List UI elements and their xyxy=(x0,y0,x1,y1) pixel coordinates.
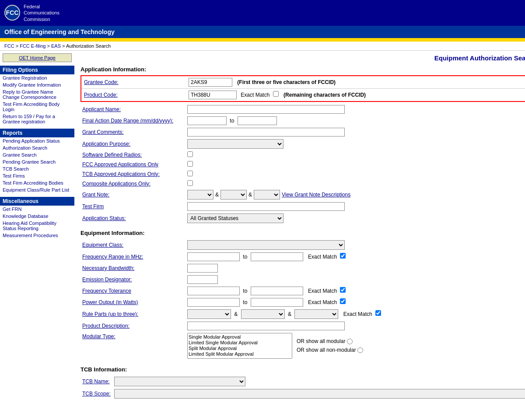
frequency-exact-checkbox[interactable] xyxy=(340,253,346,259)
reports-section: Reports Pending Application Status Autho… xyxy=(0,129,74,193)
rule-parts-select-1[interactable] xyxy=(187,309,231,319)
grant-note-label[interactable]: Grant Note: xyxy=(82,192,109,198)
tcb-scope-label[interactable]: TCB Scope: xyxy=(82,391,111,397)
product-code-input[interactable] xyxy=(189,91,237,99)
applicant-name-input[interactable] xyxy=(187,105,345,114)
sidebar-item-test-firm-bodies[interactable]: Test Firm Accrediting Bodies xyxy=(0,179,74,186)
grant-note-select-3[interactable] xyxy=(254,190,280,200)
emission-designator-row: Emission Designator: xyxy=(80,274,525,285)
breadcrumb-efiling[interactable]: FCC E-filing xyxy=(20,43,46,49)
sidebar-item-grantee-registration[interactable]: Grantee Registration xyxy=(0,74,74,81)
sidebar-item-test-firms[interactable]: Test Firms xyxy=(0,172,74,179)
product-description-input[interactable] xyxy=(187,322,345,330)
product-code-label[interactable]: Product Code: xyxy=(84,92,118,98)
rule-parts-select-3[interactable] xyxy=(294,309,338,319)
necessary-bw-label[interactable]: Necessary Bandwidth: xyxy=(82,265,134,271)
breadcrumb-eas[interactable]: EAS xyxy=(51,43,61,49)
rule-parts-select-2[interactable] xyxy=(241,309,285,319)
rule-parts-and1: & xyxy=(234,311,238,317)
final-action-from-input[interactable] xyxy=(187,116,227,125)
frequency-to-input[interactable] xyxy=(251,252,303,261)
tcb-name-select[interactable] xyxy=(114,377,245,386)
fcc-org-line1: Federal xyxy=(24,4,60,10)
modular-option-limited-split[interactable]: Limited Split Modular Approval xyxy=(189,351,291,357)
freq-tol-from-input[interactable] xyxy=(187,287,240,295)
product-exact-match-checkbox[interactable] xyxy=(273,91,279,97)
frequency-range-label[interactable]: Frequency Range in MHz: xyxy=(82,254,143,260)
freq-tol-exact-checkbox[interactable] xyxy=(340,287,346,293)
rule-parts-label[interactable]: Rule Parts (up to three): xyxy=(82,311,138,317)
final-action-to-input[interactable] xyxy=(238,116,277,125)
frequency-from-input[interactable] xyxy=(187,252,240,261)
tcb-scope-select[interactable] xyxy=(114,389,525,399)
composite-label[interactable]: Composite Applications Only: xyxy=(82,181,150,187)
sidebar-item-grantee-search[interactable]: Grantee Search xyxy=(0,151,74,158)
applicant-name-label[interactable]: Applicant Name: xyxy=(82,106,121,112)
freq-tol-exact-label: Exact Match xyxy=(308,288,337,294)
power-to-input[interactable] xyxy=(251,298,303,307)
sidebar-item-auth-search[interactable]: Authorization Search xyxy=(0,144,74,151)
sidebar-item-reply-grantee[interactable]: Reply to Grantee NameChange Corresponden… xyxy=(0,88,74,101)
modular-option-split[interactable]: Split Modular Approval xyxy=(189,346,291,351)
tcb-approved-checkbox[interactable] xyxy=(187,171,193,176)
test-firm-label[interactable]: Test Firm xyxy=(82,203,104,210)
breadcrumb-fcc[interactable]: FCC xyxy=(4,43,14,49)
sidebar-item-tcb-search[interactable]: TCB Search xyxy=(0,165,74,172)
tcb-approved-row: TCB Approved Applications Only: xyxy=(80,169,525,179)
software-defined-label[interactable]: Software Defined Radios: xyxy=(82,152,142,158)
software-defined-checkbox[interactable] xyxy=(187,151,193,157)
modular-type-list[interactable]: Single Modular Approval Limited Single M… xyxy=(187,333,292,359)
sidebar-item-get-frn[interactable]: Get FRN xyxy=(0,206,74,213)
equipment-class-select[interactable] xyxy=(187,240,345,250)
sidebar-item-eq-class[interactable]: Equipment Class/Rule Part List xyxy=(0,186,74,193)
test-firm-input[interactable] xyxy=(187,202,345,211)
application-purpose-select[interactable] xyxy=(187,139,284,149)
tcb-approved-label[interactable]: TCB Approved Applications Only: xyxy=(82,171,160,177)
oet-home-link[interactable]: OET Home Page xyxy=(3,53,72,62)
emission-designator-input[interactable] xyxy=(187,275,218,284)
sidebar-item-knowledge-db[interactable]: Knowledge Database xyxy=(0,213,74,220)
grantee-code-input[interactable] xyxy=(189,78,232,87)
composite-checkbox[interactable] xyxy=(187,180,193,186)
fcc-logo-icon: FCC xyxy=(4,5,20,21)
sidebar-item-pending-grantee[interactable]: Pending Grantee Search xyxy=(0,158,74,165)
grant-note-select-1[interactable] xyxy=(187,190,214,200)
equipment-class-label[interactable]: Equipment Class: xyxy=(82,242,123,248)
equipment-info-heading: Equipment Information: xyxy=(80,230,525,236)
fcc-approved-label[interactable]: FCC Approved Applications Only xyxy=(82,161,158,168)
show-all-modular-radio[interactable] xyxy=(347,339,353,344)
sidebar-item-test-firm-body[interactable]: Test Firm Accrediting BodyLogin xyxy=(0,101,74,113)
show-all-nonmodular-radio[interactable] xyxy=(357,347,363,353)
power-output-row: Power Output (in Watts) to Exact Match xyxy=(80,297,525,308)
product-description-label[interactable]: Product Description: xyxy=(82,323,130,329)
sidebar-item-modify-grantee[interactable]: Modify Grantee Information xyxy=(0,81,74,88)
modular-option-limited-single[interactable]: Limited Single Modular Approval xyxy=(189,340,291,346)
modular-option-single[interactable]: Single Modular Approval xyxy=(189,334,291,340)
fcc-approved-checkbox[interactable] xyxy=(187,161,193,167)
frequency-tolerance-label[interactable]: Frequency Tolerance xyxy=(82,288,131,294)
view-grant-note-link[interactable]: View Grant Note Descriptions xyxy=(282,192,350,198)
freq-tol-to-input[interactable] xyxy=(251,287,303,295)
emission-designator-label[interactable]: Emission Designator: xyxy=(82,276,132,283)
grant-comments-label[interactable]: Grant Comments: xyxy=(82,129,124,135)
application-purpose-label[interactable]: Application Purpose: xyxy=(82,141,130,147)
breadcrumb-current: Authorization Search xyxy=(66,43,111,49)
sidebar-item-return-159[interactable]: Return to 159 / Pay for aGrantee registr… xyxy=(0,113,74,125)
grantee-code-label[interactable]: Grantee Code: xyxy=(84,79,119,85)
application-status-select[interactable]: All Granted Statuses Granted Dismissed T… xyxy=(187,214,284,223)
grant-note-select-2[interactable] xyxy=(220,190,247,200)
necessary-bw-input[interactable] xyxy=(187,264,218,273)
final-action-label[interactable]: Final Action Date Range (mm/dd/yyyy): xyxy=(82,118,173,124)
grant-comments-input[interactable] xyxy=(187,128,345,136)
final-action-row: Final Action Date Range (mm/dd/yyyy): to xyxy=(80,115,525,126)
modular-type-label[interactable]: Modular Type: xyxy=(82,333,116,340)
rule-parts-exact-checkbox[interactable] xyxy=(375,310,381,316)
power-from-input[interactable] xyxy=(187,298,240,307)
sidebar-item-measurement[interactable]: Measurement Procedures xyxy=(0,232,74,239)
sidebar-item-hearing-aid[interactable]: Hearing Aid CompatibilityStatus Reportin… xyxy=(0,220,74,232)
tcb-name-label[interactable]: TCB Name: xyxy=(82,378,110,385)
sidebar-item-pending-app[interactable]: Pending Application Status xyxy=(0,137,74,144)
application-status-label[interactable]: Application Status: xyxy=(82,215,126,221)
power-output-label[interactable]: Power Output (in Watts) xyxy=(82,299,138,305)
power-exact-checkbox[interactable] xyxy=(340,298,346,304)
